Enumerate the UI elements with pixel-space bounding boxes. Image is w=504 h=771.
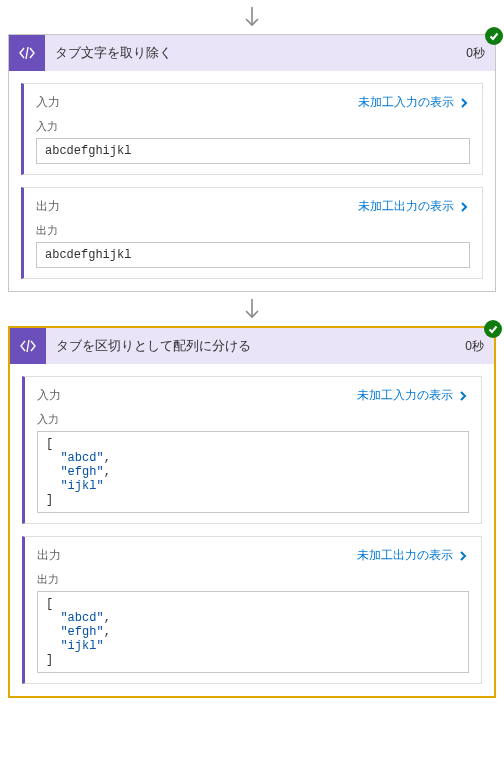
show-raw-output-link[interactable]: 未加工出力の表示 — [357, 547, 469, 564]
success-badge — [484, 320, 502, 338]
flow-connector — [0, 0, 504, 34]
show-raw-output-link[interactable]: 未加工出力の表示 — [358, 198, 470, 215]
value-box: [ "abcd", "efgh", "ijkl"] — [37, 591, 469, 673]
input-field-label: 入力 — [37, 412, 469, 427]
input-field-label: 入力 — [36, 119, 470, 134]
output-field-label: 出力 — [37, 572, 469, 587]
flow-step[interactable]: タブを区切りとして配列に分ける0秒入力未加工入力の表示入力[ "abcd", "… — [8, 326, 496, 698]
arrow-down-icon — [243, 298, 261, 320]
step-duration: 0秒 — [455, 338, 494, 355]
chevron-right-icon — [457, 550, 469, 562]
step-duration: 0秒 — [456, 45, 495, 62]
output-header-label: 出力 — [37, 547, 61, 564]
input-header-label: 入力 — [37, 387, 61, 404]
step-header[interactable]: タブを区切りとして配列に分ける0秒 — [10, 328, 494, 364]
chevron-right-icon — [458, 201, 470, 213]
success-badge — [485, 27, 503, 45]
svg-line-1 — [26, 47, 28, 59]
arrow-down-icon — [243, 6, 261, 28]
step-header[interactable]: タブ文字を取り除く0秒 — [9, 35, 495, 71]
step-body: 入力未加工入力の表示入力[ "abcd", "efgh", "ijkl"]出力未… — [10, 364, 494, 696]
step-title: タブ文字を取り除く — [45, 44, 456, 62]
chevron-right-icon — [458, 97, 470, 109]
output-header-label: 出力 — [36, 198, 60, 215]
value-box: abcdefghijkl — [36, 138, 470, 164]
flow-step[interactable]: タブ文字を取り除く0秒入力未加工入力の表示入力abcdefghijkl出力未加工… — [8, 34, 496, 292]
chevron-right-icon — [457, 390, 469, 402]
value-box: abcdefghijkl — [36, 242, 470, 268]
output-field-label: 出力 — [36, 223, 470, 238]
input-section: 入力未加工入力の表示入力[ "abcd", "efgh", "ijkl"] — [22, 376, 482, 524]
compose-icon — [10, 328, 46, 364]
step-title: タブを区切りとして配列に分ける — [46, 337, 455, 355]
output-section: 出力未加工出力の表示出力abcdefghijkl — [21, 187, 483, 279]
show-raw-input-link[interactable]: 未加工入力の表示 — [358, 94, 470, 111]
flow-connector — [0, 292, 504, 326]
svg-line-3 — [27, 340, 29, 352]
input-header-label: 入力 — [36, 94, 60, 111]
input-section: 入力未加工入力の表示入力abcdefghijkl — [21, 83, 483, 175]
value-box: [ "abcd", "efgh", "ijkl"] — [37, 431, 469, 513]
step-body: 入力未加工入力の表示入力abcdefghijkl出力未加工出力の表示出力abcd… — [9, 71, 495, 291]
compose-icon — [9, 35, 45, 71]
show-raw-input-link[interactable]: 未加工入力の表示 — [357, 387, 469, 404]
output-section: 出力未加工出力の表示出力[ "abcd", "efgh", "ijkl"] — [22, 536, 482, 684]
